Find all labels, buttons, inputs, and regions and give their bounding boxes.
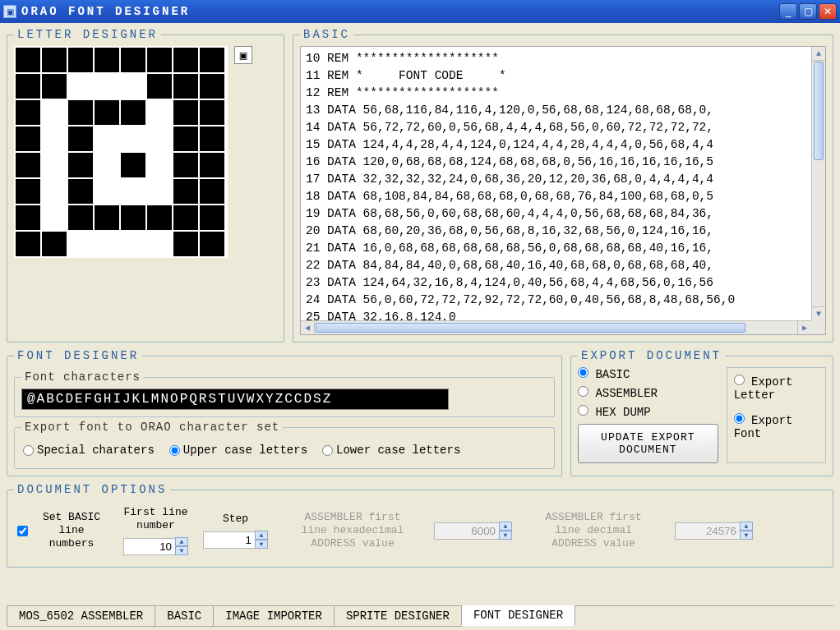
pixel-cell[interactable] [121, 153, 145, 177]
pixel-cell[interactable] [121, 179, 145, 204]
pixel-cell[interactable] [95, 126, 119, 151]
pixel-cell[interactable] [121, 126, 145, 151]
scroll-right-icon[interactable]: ▶ [797, 321, 811, 334]
pixel-cell[interactable] [121, 74, 145, 99]
pixel-cell[interactable] [68, 232, 93, 256]
pixel-cell[interactable] [173, 205, 198, 230]
pixel-cell[interactable] [147, 48, 172, 72]
pixel-cell[interactable] [16, 179, 40, 204]
font-strip[interactable]: @ABCDEFGHIJKLMNOPQRSTUVWXYZCCDSZ [21, 389, 449, 410]
pixel-cell[interactable] [147, 179, 172, 204]
set-basic-line-numbers-checkbox[interactable] [17, 526, 28, 536]
tab-mos-6502-assembler[interactable]: MOS_6502 ASSEMBLER [7, 606, 155, 627]
maximize-button[interactable]: ▢ [799, 3, 817, 20]
pixel-cell[interactable] [147, 232, 172, 256]
pixel-cell[interactable] [200, 100, 224, 125]
hscroll-thumb[interactable] [316, 323, 745, 333]
pixel-cell[interactable] [200, 153, 224, 177]
tab-basic[interactable]: BASIC [155, 606, 214, 627]
pixel-cell[interactable] [42, 48, 67, 72]
pixel-cell[interactable] [121, 48, 145, 72]
pixel-cell[interactable] [147, 205, 172, 230]
pixel-cell[interactable] [68, 74, 93, 99]
vscroll-thumb[interactable] [814, 62, 824, 160]
pixel-cell[interactable] [173, 179, 198, 204]
pixel-cell[interactable] [173, 74, 198, 99]
pixel-cell[interactable] [95, 232, 119, 256]
pixel-cell[interactable] [42, 100, 67, 125]
pixel-cell[interactable] [68, 126, 93, 151]
pixel-cell[interactable] [200, 74, 224, 99]
pixel-cell[interactable] [147, 74, 172, 99]
pixel-cell[interactable] [42, 205, 67, 230]
basic-code-area[interactable]: 10 REM ******************** 11 REM * FON… [300, 46, 826, 335]
radio-export-basic[interactable]: BASIC [578, 367, 718, 381]
pixel-cell[interactable] [200, 179, 224, 204]
pixel-cell[interactable] [16, 205, 40, 230]
pixel-cell[interactable] [95, 205, 119, 230]
pixel-cell[interactable] [200, 48, 224, 72]
radio-lower-case[interactable]: Lower case letters [322, 444, 460, 457]
pixel-cell[interactable] [16, 48, 40, 72]
pixel-cell[interactable] [68, 205, 93, 230]
pixel-cell[interactable] [173, 48, 198, 72]
pixel-cell[interactable] [173, 232, 198, 256]
pixel-cell[interactable] [16, 74, 40, 99]
pixel-cell[interactable] [95, 153, 119, 177]
pixel-cell[interactable] [42, 179, 67, 204]
pixel-cell[interactable] [200, 232, 224, 256]
character-preview-icon[interactable]: ▣ [234, 46, 252, 64]
vertical-scrollbar[interactable]: ▲ ▼ [811, 47, 825, 320]
pixel-cell[interactable] [42, 153, 67, 177]
pixel-cell[interactable] [200, 126, 224, 151]
pixel-cell[interactable] [147, 153, 172, 177]
pixel-cell[interactable] [68, 100, 93, 125]
pixel-cell[interactable] [16, 232, 40, 256]
close-button[interactable]: ✕ [819, 3, 837, 20]
pixel-cell[interactable] [121, 100, 145, 125]
first-line-spinner[interactable]: ▲▼ [123, 537, 188, 555]
step-spinner[interactable]: ▲▼ [203, 531, 268, 549]
radio-upper-case[interactable]: Upper case letters [169, 444, 307, 457]
pixel-cell[interactable] [68, 48, 93, 72]
radio-export-hexdump[interactable]: HEX DUMP [578, 405, 718, 419]
tab-font-designer[interactable]: FONT DESIGNER [461, 605, 575, 626]
pixel-cell[interactable] [16, 100, 40, 125]
first-line-value[interactable] [123, 538, 176, 555]
radio-special-characters[interactable]: Special charaters [23, 444, 155, 457]
pixel-cell[interactable] [121, 232, 145, 256]
scroll-up-icon[interactable]: ▲ [812, 47, 825, 61]
pixel-cell[interactable] [95, 48, 119, 72]
pixel-cell[interactable] [95, 100, 119, 125]
pixel-cell[interactable] [173, 126, 198, 151]
update-export-button[interactable]: UPDATE EXPORT DOCUMENT [578, 424, 718, 463]
pixel-cell[interactable] [95, 74, 119, 99]
step-value[interactable] [203, 531, 256, 549]
spinner-down-icon[interactable]: ▼ [175, 546, 188, 555]
pixel-cell[interactable] [95, 179, 119, 204]
pixel-cell[interactable] [147, 100, 172, 125]
pixel-cell[interactable] [200, 205, 224, 230]
spinner-up-icon[interactable]: ▲ [255, 531, 268, 540]
pixel-cell[interactable] [16, 126, 40, 151]
pixel-cell[interactable] [68, 153, 93, 177]
pixel-cell[interactable] [173, 100, 198, 125]
pixel-cell[interactable] [68, 179, 93, 204]
radio-export-letter[interactable]: Export Letter [734, 375, 819, 402]
radio-export-font[interactable]: Export Font [734, 413, 819, 440]
spinner-down-icon[interactable]: ▼ [255, 540, 268, 549]
tab-image-importer[interactable]: IMAGE IMPORTER [213, 606, 335, 627]
pixel-cell[interactable] [42, 126, 67, 151]
radio-export-assembler[interactable]: ASSEMBLER [578, 386, 718, 400]
pixel-cell[interactable] [173, 153, 198, 177]
pixel-cell[interactable] [147, 126, 172, 151]
spinner-up-icon[interactable]: ▲ [175, 537, 188, 546]
pixel-grid[interactable] [14, 46, 228, 258]
horizontal-scrollbar[interactable]: ◀ ▶ [301, 320, 811, 334]
pixel-cell[interactable] [42, 232, 67, 256]
pixel-cell[interactable] [42, 74, 67, 99]
pixel-cell[interactable] [16, 153, 40, 177]
minimize-button[interactable]: _ [779, 3, 797, 20]
scroll-left-icon[interactable]: ◀ [301, 321, 315, 334]
pixel-cell[interactable] [121, 205, 145, 230]
